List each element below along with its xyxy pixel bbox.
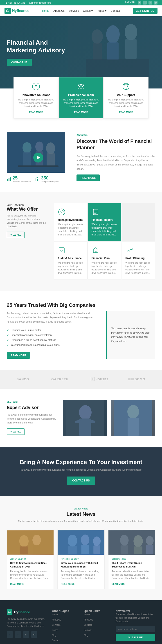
svg-point-43 xyxy=(79,405,91,420)
trust-checklist: ✓ Planning your Future Better ✓ Financia… xyxy=(7,328,97,348)
feature-card-2: Professional Team We bring the right peo… xyxy=(59,77,103,118)
facebook-icon[interactable]: f xyxy=(138,1,141,4)
stat-projects-num: 350 xyxy=(41,176,59,180)
news-excerpt-1: Far away, behind the word mountains, far… xyxy=(10,570,50,580)
footer-brand: Hyfinance Far away, behind the word moun… xyxy=(7,609,46,644)
footer-quick-services: Services xyxy=(84,623,110,626)
svg-rect-4 xyxy=(125,39,137,59)
nav-services[interactable]: Services xyxy=(69,9,79,12)
profit-planning-title: Profit Planning xyxy=(125,257,152,260)
advisor-view-all-button[interactable]: VIEW ALL xyxy=(7,428,24,435)
news-description: Far far away, behind the word mountains,… xyxy=(7,520,155,524)
footer-quick-links: Quick Links Home About Us Services Conta… xyxy=(84,609,110,644)
svg-point-56 xyxy=(68,535,77,547)
view-all-button[interactable]: VIEW ALL xyxy=(7,232,24,238)
svg-rect-20 xyxy=(47,153,55,166)
stat-icon-projects xyxy=(35,177,40,182)
footer-linkedin-icon[interactable]: in xyxy=(23,631,29,638)
nav-about[interactable]: About Us xyxy=(53,9,64,12)
news-title-3: The 4 Pillars Every Online Business is B… xyxy=(112,562,152,568)
news-excerpt-3: Far away, behind the word mountains, far… xyxy=(112,570,152,580)
footer-twitter-icon[interactable]: t xyxy=(15,631,21,638)
services-label: Our Services xyxy=(7,203,47,206)
nav-links: Home About Us Services Cases ▾ Pages ▾ C… xyxy=(42,9,120,12)
stat-projects: 350 Completed Projects xyxy=(35,176,59,183)
footer-quick-about: About Us xyxy=(84,618,110,621)
footer-link-cases: Cases xyxy=(52,628,78,632)
svg-rect-57 xyxy=(68,546,77,554)
about-cta-button[interactable]: READ MORE xyxy=(77,174,100,181)
footer-link-services: Services xyxy=(52,623,78,626)
about-image-svg xyxy=(7,132,65,173)
feature-card-1: Innovative Solutions We bring the right … xyxy=(13,77,59,118)
footer-instagram-icon[interactable]: ig xyxy=(31,631,37,638)
logo-domo: DOMO xyxy=(128,376,146,382)
card-1-readmore[interactable]: READ MORE xyxy=(29,111,43,114)
follow-label: Follow Us xyxy=(125,1,135,4)
nav-home[interactable]: Home xyxy=(42,9,49,12)
footer-logo-icon xyxy=(7,609,12,615)
news-title-2: Grow Your Business with Email Marketing … xyxy=(61,562,101,568)
svg-point-17 xyxy=(35,142,43,152)
card-2-title: Professional Team xyxy=(62,93,100,96)
stat-icon-experience xyxy=(7,177,11,182)
logo-houses: HOUSES xyxy=(91,376,109,382)
nav-contact[interactable]: Contact xyxy=(110,9,120,12)
googleplus-icon[interactable]: g+ xyxy=(154,1,158,4)
hero-title: Financial And Marketing Advisory xyxy=(7,39,79,54)
svg-rect-54 xyxy=(33,545,40,554)
nav-pages[interactable]: Pages ▾ xyxy=(97,9,106,12)
footer-description: Far away, behind the word mountains, far… xyxy=(7,617,46,628)
svg-point-15 xyxy=(22,142,31,154)
footer: Hyfinance Far away, behind the word moun… xyxy=(0,600,162,644)
news-image-3 xyxy=(108,530,155,554)
news-section: Latest News Latest News Far far away, be… xyxy=(0,496,162,600)
svg-point-63 xyxy=(120,535,128,546)
services-layout: Our Services What We Offer Far far away,… xyxy=(7,203,155,280)
card-3-readmore[interactable]: READ MORE xyxy=(119,111,133,114)
card-3-title: 24/7 Support xyxy=(107,93,145,96)
svg-point-48 xyxy=(127,405,139,418)
svg-point-58 xyxy=(81,534,89,545)
svg-rect-68 xyxy=(146,545,153,554)
financial-plan-desc: We bring the right people together to ch… xyxy=(91,261,118,275)
footer-newsletter-title: Newsletter xyxy=(116,609,155,612)
get-started-button[interactable]: GET STARTED xyxy=(133,8,158,14)
trust-cta-button[interactable]: READ MORE xyxy=(7,352,30,359)
news-readmore-3[interactable]: READ MORE xyxy=(112,583,125,585)
logos-section: BANCO GARRETH HOUSES DOMO xyxy=(0,370,162,389)
subscribe-button[interactable]: SUBSCRIBE xyxy=(116,634,155,641)
svg-point-9 xyxy=(35,85,37,86)
svg-rect-25 xyxy=(37,179,38,181)
play-button[interactable] xyxy=(33,152,43,162)
card-3-desc: We bring the right people together to ch… xyxy=(107,98,145,108)
twitter-icon[interactable]: t xyxy=(143,1,147,4)
service-card-empty xyxy=(122,203,155,241)
linkedin-icon[interactable]: in xyxy=(149,1,152,4)
logo[interactable]: Hyfinance xyxy=(4,8,29,14)
check-icon-4: ✓ xyxy=(7,343,9,346)
about-img-container: 25 Years of Experience 350 Complete xyxy=(7,132,70,183)
news-readmore-1[interactable]: READ MORE xyxy=(10,583,24,585)
social-links: Follow Us f t in g+ xyxy=(125,1,158,4)
svg-point-11 xyxy=(81,84,83,86)
audit-icon xyxy=(58,246,66,254)
svg-point-3 xyxy=(125,24,137,40)
about-content: About Us Discover The World of Financial… xyxy=(77,134,155,182)
advisor-section: Meet With Expert Advisor Far away, behin… xyxy=(0,389,162,448)
cta-button[interactable]: CONTACT US xyxy=(67,476,95,485)
svg-point-10 xyxy=(79,84,81,86)
service-card-manage: Manage Investment We bring the right peo… xyxy=(54,203,87,241)
hero-cta-button[interactable]: CONTACT US xyxy=(7,59,32,66)
footer-grid: Hyfinance Far away, behind the word moun… xyxy=(7,609,155,644)
svg-rect-44 xyxy=(79,418,91,436)
check-icon-1: ✓ xyxy=(7,328,9,332)
trust-quote: Too many people spend money they haven't… xyxy=(106,311,155,359)
footer-facebook-icon[interactable]: f xyxy=(7,631,13,638)
nav-cases[interactable]: Cases ▾ xyxy=(83,9,93,12)
news-image-2 xyxy=(58,530,104,554)
feature-cards-wrapper: Innovative Solutions We bring the right … xyxy=(0,77,162,118)
newsletter-email-input[interactable] xyxy=(116,626,155,632)
card-2-readmore[interactable]: READ MORE xyxy=(74,111,88,114)
news-readmore-2[interactable]: READ MORE xyxy=(61,583,75,585)
